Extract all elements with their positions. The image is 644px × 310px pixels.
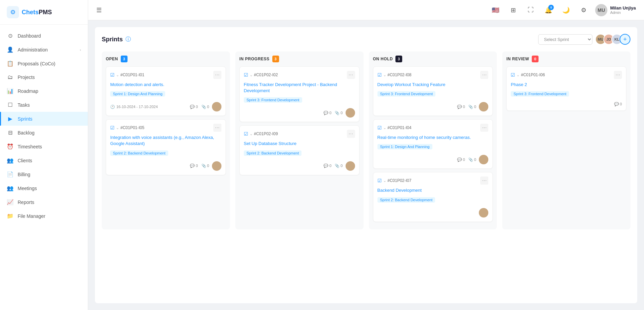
card-header: ☑ ⌄ #C01P02-I02 ··· <box>244 71 355 79</box>
grid-view-button[interactable]: ⊞ <box>507 4 519 16</box>
card-title[interactable]: Phase 2 <box>511 82 622 88</box>
checkbox-icon[interactable]: ☑ <box>244 72 248 78</box>
sidebar-item-clients[interactable]: 👥 Clients <box>0 153 88 167</box>
card-footer-right: 💬 0 📎 0 <box>457 102 488 111</box>
fullscreen-button[interactable]: ⛶ <box>525 4 537 16</box>
sprint-tag: Sprint 2: Backend Development <box>110 150 168 156</box>
main-area: ☰ 🇺🇸 ⊞ ⛶ 🔔 0 🌙 ⚙ MU <box>88 0 644 310</box>
column-label: IN REVIEW <box>506 57 529 61</box>
card-header: ☑ ⌄ #C01P02-I09 ··· <box>244 130 355 138</box>
checkbox-icon[interactable]: ☑ <box>377 178 382 183</box>
sidebar-item-sprints[interactable]: ▶ Sprints <box>0 112 88 126</box>
comment-count: 💬 0 <box>614 102 622 106</box>
card-id: #C01P01-I04 <box>388 125 412 130</box>
card-more-button[interactable]: ··· <box>480 71 488 79</box>
projects-nav-icon: 🗂 <box>7 74 14 80</box>
card-more-button[interactable]: ··· <box>614 71 622 79</box>
card-title[interactable]: Develop Workout Tracking Feature <box>377 82 489 88</box>
assignee-avatar <box>479 155 488 164</box>
card-date: 🕐 16-10-2024 - 17-10-2024 <box>110 105 158 109</box>
notifications-button[interactable]: 🔔 0 <box>542 4 554 16</box>
checkbox-icon[interactable]: ☑ <box>110 125 115 130</box>
column-count-badge: 3 <box>395 56 402 62</box>
card-title[interactable]: Fitness Tracker Development Project - Ba… <box>244 82 355 94</box>
sidebar-item-tasks[interactable]: ☐ Tasks <box>0 98 88 112</box>
sprints-container: Sprints ⓘ Select Sprint MU JD KL + <box>95 27 637 303</box>
checkbox-icon[interactable]: ☑ <box>377 125 382 130</box>
meetings-nav-icon: 👥 <box>7 185 14 191</box>
column-count-badge: 3 <box>121 56 128 62</box>
assignee-avatar <box>479 102 488 111</box>
sprints-nav-icon: ▶ <box>7 116 14 122</box>
dashboard-nav-label: Dashboard <box>18 33 41 39</box>
card-footer-right: 💬 0 📎 0 <box>190 161 221 171</box>
page-title: Sprints <box>102 36 123 43</box>
settings-button[interactable]: ⚙ <box>578 4 590 16</box>
checkbox-icon[interactable]: ☑ <box>110 72 115 78</box>
sidebar-item-proposals[interactable]: 📋 Proposals (CoCo) <box>0 57 88 70</box>
card-stats: 💬 0 📎 0 <box>190 164 209 168</box>
card-more-button[interactable]: ··· <box>347 71 355 79</box>
card-title[interactable]: Backend Development <box>377 187 489 193</box>
sidebar-item-billing[interactable]: 📄 Billing <box>0 167 88 181</box>
checkbox-icon[interactable]: ☑ <box>511 72 515 78</box>
card-header: ☑ ⌄ #C01P02-I07 ··· <box>377 177 489 185</box>
attachment-count: 📎 0 <box>201 164 209 168</box>
card-more-button[interactable]: ··· <box>480 177 488 185</box>
sidebar-item-reports[interactable]: 📈 Reports <box>0 195 88 209</box>
flag-icon: 🇺🇸 <box>492 6 499 14</box>
card-id-area: ☑ ⌄ #C01P01-I06 <box>511 72 545 78</box>
backlog-nav-icon: ⊟ <box>7 129 14 136</box>
card-footer-right <box>479 208 488 218</box>
menu-toggle-icon[interactable]: ☰ <box>96 6 102 14</box>
flag-button[interactable]: 🇺🇸 <box>489 4 502 16</box>
column-on-hold: ON HOLD 3 ☑ ⌄ #C01P02-I08 ··· Develop Wo… <box>369 51 497 229</box>
checkbox-icon[interactable]: ☑ <box>244 131 248 137</box>
checkbox-icon[interactable]: ☑ <box>377 72 382 78</box>
user-details: Milan Unjiya Admin <box>610 5 636 15</box>
logo-text: ChetsPMS <box>22 9 52 16</box>
card-more-button[interactable]: ··· <box>480 124 488 132</box>
card-title[interactable]: Real-time monitoring of home security ca… <box>377 135 489 141</box>
sidebar-item-dashboard[interactable]: ⊙ Dashboard <box>0 29 88 43</box>
user-info[interactable]: MU Milan Unjiya Admin <box>595 4 636 16</box>
sidebar-item-backlog[interactable]: ⊟ Backlog <box>0 126 88 140</box>
sprint-tag: Sprint 1: Design And Planning <box>110 91 165 97</box>
sprint-tag: Sprint 2: Backend Development <box>377 197 435 203</box>
task-card: ☑ ⌄ #C01P01-I04 ··· Real-time monitoring… <box>373 119 493 169</box>
column-label: ON HOLD <box>373 57 393 61</box>
add-member-button[interactable]: + <box>620 34 630 45</box>
sidebar-item-projects[interactable]: 🗂 Projects <box>0 70 88 84</box>
attachment-count: 📎 0 <box>335 164 343 168</box>
sidebar-item-meetings[interactable]: 👥 Meetings <box>0 181 88 195</box>
card-title[interactable]: Integration with voice assistants (e.g.,… <box>110 135 221 147</box>
moon-icon: 🌙 <box>562 6 570 14</box>
file-manager-nav-label: File Manager <box>18 213 45 219</box>
sidebar-item-administration[interactable]: 👤 Administration › <box>0 43 88 57</box>
comment-count: 💬 0 <box>457 158 465 162</box>
sidebar-item-roadmap[interactable]: 📊 Roadmap <box>0 84 88 98</box>
card-footer-right: 💬 0 📎 0 <box>457 155 488 164</box>
sprint-avatars: MU JD KL + <box>595 34 630 45</box>
card-stats: 💬 0 <box>614 102 622 106</box>
column-header-on-hold: ON HOLD 3 <box>373 56 493 62</box>
card-title[interactable]: Motion detection and alerts. <box>110 82 221 88</box>
sidebar-item-file-manager[interactable]: 📁 File Manager <box>0 209 88 223</box>
task-card: ☑ ⌄ #C01P01-I05 ··· Integration with voi… <box>106 119 226 175</box>
card-more-button[interactable]: ··· <box>213 71 221 79</box>
roadmap-nav-icon: 📊 <box>7 88 14 94</box>
card-more-button[interactable]: ··· <box>213 124 221 132</box>
dark-mode-button[interactable]: 🌙 <box>560 4 572 16</box>
sidebar-item-timesheets[interactable]: ⏰ Timesheets <box>0 140 88 153</box>
card-more-button[interactable]: ··· <box>347 130 355 138</box>
task-card: ☑ ⌄ #C01P02-I09 ··· Set Up Database Stru… <box>239 125 359 175</box>
sprint-select[interactable]: Select Sprint <box>538 34 592 45</box>
info-icon[interactable]: ⓘ <box>125 36 131 43</box>
column-in-progress: IN PROGRESS 3 ☑ ⌄ #C01P02-I02 ··· Fitnes… <box>235 51 364 229</box>
card-footer-right: 💬 0 📎 0 <box>190 102 221 111</box>
column-label: IN PROGRESS <box>239 57 270 61</box>
column-header-in-progress: IN PROGRESS 3 <box>239 56 359 62</box>
card-title[interactable]: Set Up Database Structure <box>244 141 355 147</box>
chevron-icon: ⌄ <box>250 73 253 77</box>
task-card: ☑ ⌄ #C01P02-I07 ··· Backend Development … <box>373 172 493 222</box>
